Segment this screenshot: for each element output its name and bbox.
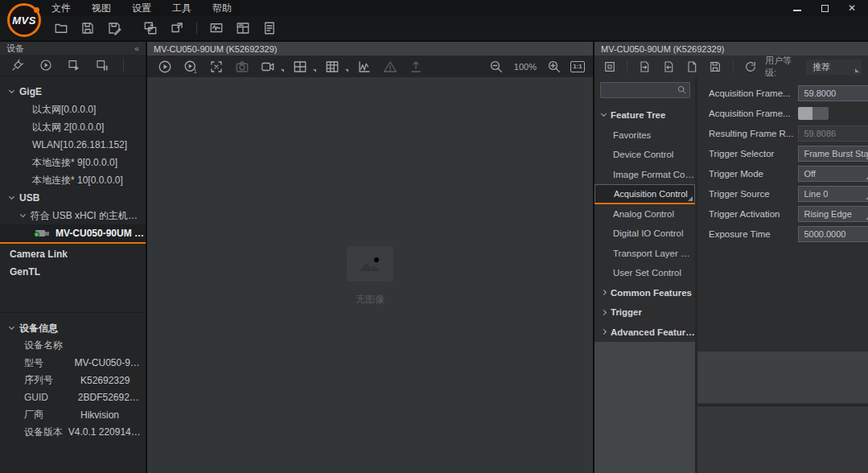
tree-group-usb[interactable]: USB [0, 189, 146, 207]
split-view-icon[interactable] [290, 57, 310, 76]
menu-file[interactable]: 文件 [51, 2, 71, 15]
info-row-name: 设备名称 [0, 337, 146, 355]
menu-view[interactable]: 视图 [92, 2, 111, 15]
save-config-icon[interactable] [706, 57, 724, 76]
feature-item-acquisition-control[interactable]: Acquisition Control [594, 184, 695, 204]
tree-label: 以太网[0.0.0.0] [32, 103, 96, 117]
dock-panel-icon[interactable] [601, 57, 619, 76]
info-value: 2BDF52692329 [78, 392, 146, 403]
tree-group-gentl[interactable]: GenTL [0, 263, 146, 281]
menu-help[interactable]: 帮助 [212, 2, 232, 15]
feature-node-common-features[interactable]: Common Features [594, 283, 695, 303]
feature-node-advanced-features[interactable]: Advanced Features [594, 323, 695, 343]
collapse-panel-icon[interactable]: « [134, 43, 139, 53]
log-icon[interactable] [260, 19, 279, 38]
tree-group-gige[interactable]: GigE [0, 83, 146, 101]
stop-all-icon[interactable] [93, 56, 112, 75]
main-toolbar [0, 16, 868, 40]
image-view-tab[interactable]: MV-CU050-90UM (K52692329) [147, 42, 593, 56]
frame-rate-enable-toggle[interactable] [798, 107, 829, 120]
mvs-logo-text: MVS [12, 14, 36, 27]
play-once-icon[interactable] [181, 57, 200, 76]
feature-label: Analog Control [613, 209, 674, 219]
feature-panel-title-bar[interactable]: MV-CU050-90UM (K52692329) [594, 42, 868, 56]
feature-item-image-format-control[interactable]: Image Format Control [594, 165, 695, 185]
record-icon[interactable] [258, 57, 278, 76]
menu-tools[interactable]: 工具 [172, 2, 191, 15]
trigger-activation-select[interactable]: Rising Edge [798, 206, 868, 222]
exposure-time-input[interactable]: 5000.0000 [798, 226, 868, 242]
feature-item-transport-layer-control[interactable]: Transport Layer Cont... [594, 244, 695, 264]
feature-item-analog-control[interactable]: Analog Control [594, 204, 695, 224]
zoom-out-icon[interactable] [487, 57, 506, 76]
dropdown-caret-icon[interactable] [345, 69, 348, 72]
user-level-select[interactable]: 推荐 [806, 60, 862, 75]
feature-panel: MV-CU050-90UM (K52692329) 用户等级: 推荐 [594, 42, 868, 473]
histogram-icon[interactable] [355, 57, 374, 76]
trigger-selector-select[interactable]: Frame Burst Star [798, 146, 868, 162]
feature-item-favorites[interactable]: Favorites [594, 125, 695, 146]
io-swap-icon[interactable] [141, 19, 160, 38]
tree-item-camera-selected[interactable]: MV-CU050-90UM (K5269... [0, 224, 146, 244]
feature-label: Transport Layer Cont... [613, 249, 695, 258]
tree-item-ethernet2[interactable]: 以太网 2[0.0.0.0] [0, 118, 146, 136]
fit-window-icon[interactable] [207, 57, 226, 76]
open-icon[interactable] [51, 19, 71, 38]
search-icon[interactable] [677, 84, 687, 97]
tree-label: 本地连接* 10[0.0.0.0] [32, 174, 123, 187]
feature-item-user-set-control[interactable]: User Set Control [594, 263, 695, 283]
enumerate-play-icon[interactable] [36, 56, 56, 75]
property-label: Trigger Selector [709, 149, 798, 158]
tree-group-cameralink[interactable]: Camera Link [0, 245, 146, 263]
import-config-icon[interactable] [636, 57, 653, 76]
connected-status-dot [34, 232, 39, 237]
tree-label: 符合 USB xHCI 的主机控制器 [31, 209, 146, 223]
acquisition-frame-rate-input[interactable]: 59.8000 [798, 85, 868, 101]
image-canvas[interactable]: 无图像 [147, 77, 593, 473]
property-row-acquisition-frame-rate: Acquisition Frame... 59.8000 [697, 85, 868, 101]
chevron-right-icon [601, 290, 607, 295]
tree-item-local9[interactable]: 本地连接* 9[0.0.0.0] [0, 154, 146, 171]
device-panel: 设备 « GigE 以太网[0.0.0.0] 以太网 2[0.0.0.0] WL… [0, 42, 146, 473]
property-row-trigger-selector: Trigger Selector Frame Burst Star [697, 146, 868, 162]
close-button[interactable]: ✕ [847, 3, 857, 13]
zoom-in-icon[interactable] [545, 57, 564, 76]
feature-node-trigger[interactable]: Trigger [594, 302, 695, 323]
tree-item-usb-host-controller[interactable]: 符合 USB xHCI 的主机控制器 [0, 207, 146, 224]
tree-item-wlan[interactable]: WLAN[10.26.181.152] [0, 136, 146, 154]
feature-tree-column: Feature Tree Favorites Device Control Im… [594, 78, 697, 473]
minimize-button[interactable] [792, 3, 802, 13]
toolbar-divider [733, 60, 734, 73]
export-config-icon[interactable] [660, 57, 677, 76]
feature-node-feature-tree[interactable]: Feature Tree [594, 105, 695, 125]
refresh-icon[interactable] [742, 57, 759, 76]
waveform-icon[interactable] [207, 19, 226, 38]
device-info-header[interactable]: 设备信息 [0, 319, 146, 337]
maximize-button[interactable] [820, 3, 829, 13]
one-to-one-icon[interactable]: 1:1 [570, 61, 585, 72]
layout-icon[interactable] [233, 19, 253, 38]
camera-device-icon [35, 228, 50, 238]
document-icon[interactable] [683, 57, 701, 76]
trigger-source-select[interactable]: Line 0 [798, 186, 868, 202]
start-all-icon[interactable] [64, 56, 84, 75]
info-row-guid: GUID 2BDF52692329 [0, 389, 146, 407]
play-icon[interactable] [155, 57, 175, 76]
external-window-icon[interactable] [167, 19, 187, 38]
dropdown-caret-icon[interactable] [281, 69, 284, 72]
trigger-mode-select[interactable]: Off [798, 166, 868, 182]
tree-item-ethernet[interactable]: 以太网[0.0.0.0] [0, 101, 146, 118]
save-as-icon[interactable] [105, 19, 124, 38]
disconnect-icon[interactable] [8, 56, 27, 75]
property-column: Acquisition Frame... 59.8000 Acquisition… [697, 78, 868, 473]
feature-item-device-control[interactable]: Device Control [594, 145, 695, 165]
tree-item-local10[interactable]: 本地连接* 10[0.0.0.0] [0, 171, 146, 189]
info-label: 设备版本 [24, 426, 68, 439]
feature-item-digital-io-control[interactable]: Digital IO Control [594, 224, 695, 244]
dropdown-caret-icon[interactable] [313, 69, 316, 72]
tree-label: Camera Link [10, 249, 68, 260]
select-value: Rising Edge [804, 209, 851, 219]
menu-settings[interactable]: 设置 [132, 2, 151, 15]
grid-view-icon[interactable] [323, 57, 342, 76]
save-icon[interactable] [78, 19, 97, 38]
